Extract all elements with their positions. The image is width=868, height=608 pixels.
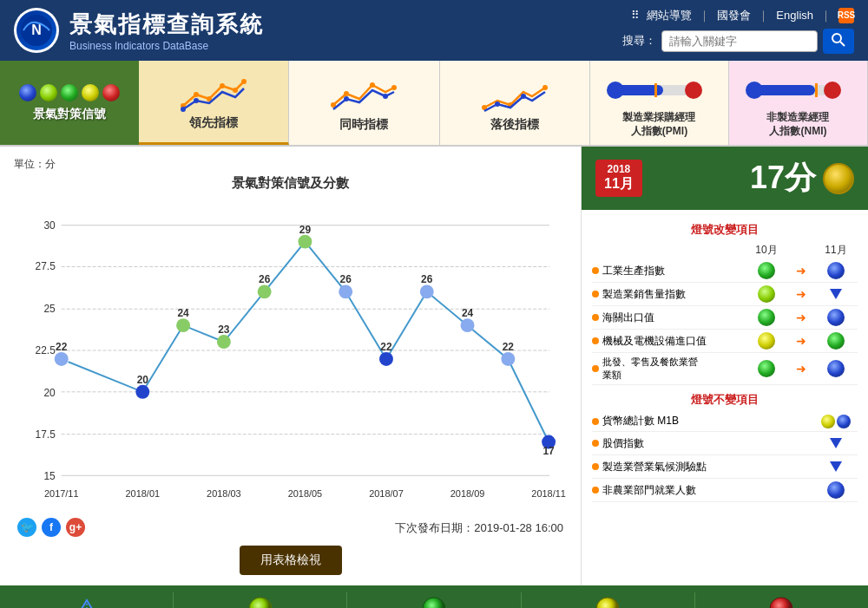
unchanged-row-2: 股價指數 <box>592 432 858 455</box>
svg-text:29: 29 <box>299 224 312 236</box>
nmi-thermometer-icon <box>746 72 850 107</box>
row1-arrow-icon: ➜ <box>796 264 806 278</box>
tab-signal[interactable]: 景氣對策信號 <box>0 61 139 145</box>
svg-rect-29 <box>754 85 815 95</box>
u-row2-inv-triangle <box>827 435 845 452</box>
row4-arrow-icon: ➜ <box>796 334 806 348</box>
unchanged-row-4: 非農業部門就業人數 <box>592 479 858 502</box>
score-year: 2018 <box>604 163 634 175</box>
u-row1-label: 貨幣總計數 M1B <box>602 414 679 428</box>
svg-point-57 <box>135 385 149 399</box>
svg-text:22: 22 <box>380 341 392 353</box>
lagging-chart-icon <box>480 75 549 116</box>
nav-link-ndrc[interactable]: 國發會 <box>717 8 751 23</box>
rss-icon[interactable]: RSS <box>838 8 854 23</box>
chart-title: 景氣對策信號及分數 <box>14 175 567 192</box>
header-oct-col: 10月 <box>745 243 788 258</box>
tab-lagging[interactable]: 落後指標 <box>440 61 590 145</box>
twitter-icon[interactable]: 🐦 <box>17 518 36 537</box>
tab-lagging-icon <box>480 74 549 117</box>
legend-low-icon <box>74 596 100 608</box>
row2-arrow: ➜ <box>788 287 814 301</box>
score-indicator-circle <box>823 163 854 194</box>
row3-oct <box>745 309 788 326</box>
svg-rect-27 <box>654 83 657 97</box>
search-button[interactable] <box>823 29 854 54</box>
grid-icon: ⠿ <box>631 9 640 22</box>
svg-text:N: N <box>31 23 42 37</box>
row2-dot <box>592 291 599 297</box>
u-row4-label: 非農業部門就業人數 <box>602 483 696 498</box>
tab-nmi[interactable]: 非製造業經理人指數(NMI) <box>729 61 868 145</box>
svg-text:23: 23 <box>218 324 230 336</box>
row1-oct <box>745 262 788 279</box>
search-input[interactable] <box>661 30 818 52</box>
tab-coincident[interactable]: 同時指標 <box>289 61 439 145</box>
svg-text:2018/05: 2018/05 <box>288 488 323 499</box>
row2-label: 製造業銷售量指數 <box>602 287 686 302</box>
svg-point-26 <box>685 82 702 99</box>
u-row3-light-cell <box>814 458 858 475</box>
sep3: ｜ <box>820 8 832 23</box>
legend-hot-icon <box>768 596 794 608</box>
nav-link-site[interactable]: 網站導覽 <box>647 8 692 23</box>
chart-svg: 15 17.5 20 22.5 25 27.5 30 2017/11 2018/… <box>14 199 567 511</box>
row5-arrow: ➜ <box>788 362 814 376</box>
facebook-icon[interactable]: f <box>42 518 61 537</box>
lights-row-2: 製造業銷售量指數 ➜ <box>592 283 858 306</box>
row3-label: 海關出口值 <box>602 311 654 325</box>
lights-row-4: 機械及電機設備進口值 ➜ <box>592 330 858 353</box>
svg-point-67 <box>339 285 352 299</box>
app-header: N 景氣指標查詢系統 Business Indicators DataBase … <box>0 0 868 61</box>
row2-oct-light <box>758 285 775 303</box>
u-row1-light-yellow <box>821 415 835 428</box>
row3-arrow-icon: ➜ <box>796 311 806 324</box>
leading-chart-icon <box>179 73 248 114</box>
lights-unchanged-title: 燈號不變項目 <box>592 392 858 408</box>
svg-text:26: 26 <box>340 274 352 286</box>
view-table-button[interactable]: 用表格檢視 <box>240 546 342 575</box>
view-table-btn-area: 用表格檢視 <box>14 546 567 575</box>
legend-green-circle-icon <box>421 596 447 608</box>
u-row2-label: 股價指數 <box>602 436 644 451</box>
logo-text: 景氣指標查詢系統 Business Indicators DataBase <box>69 10 264 52</box>
u-row3-inv-triangle <box>827 458 845 475</box>
lights-table: 燈號改變項目 10月 11月 工業生產指數 ➜ <box>582 210 868 509</box>
row4-nov <box>814 332 858 350</box>
svg-point-73 <box>461 318 475 332</box>
svg-text:2018/03: 2018/03 <box>207 488 241 499</box>
u-row3-inv-triangle-icon <box>830 461 842 472</box>
svg-line-3 <box>840 42 845 46</box>
legend-yellow-green-circle-icon <box>247 596 273 608</box>
row1-nov-light <box>827 262 845 279</box>
svg-rect-32 <box>815 83 818 97</box>
svg-text:17: 17 <box>542 446 555 458</box>
svg-text:27.5: 27.5 <box>36 261 56 273</box>
row5-oct-light <box>758 360 775 377</box>
legend-yellow-circle-icon <box>595 596 621 608</box>
sep1: ｜ <box>699 8 710 23</box>
nav-link-english[interactable]: English <box>776 9 813 22</box>
circle-red <box>102 84 120 101</box>
lights-row-1: 工業生產指數 ➜ <box>592 259 858 283</box>
sep2: ｜ <box>758 8 769 23</box>
tab-leading[interactable]: 領先指標 <box>139 61 289 145</box>
row3-nov <box>814 309 858 326</box>
row2-arrow-icon: ➜ <box>796 287 806 301</box>
legend-turning2-icon <box>595 596 621 608</box>
tab-pmi[interactable]: 製造業採購經理人指數(PMI) <box>590 61 729 145</box>
google-plus-icon[interactable]: g+ <box>66 518 85 537</box>
svg-point-11 <box>194 98 199 103</box>
svg-point-2 <box>832 34 841 42</box>
score-month: 11月 <box>604 175 634 193</box>
legend-turning1-icon <box>247 596 273 608</box>
unchanged-row-1: 貨幣總計數 M1B <box>592 411 858 432</box>
row2-nov <box>814 285 858 303</box>
tab-signal-label: 景氣對策信號 <box>33 107 106 122</box>
row3-nov-light <box>827 309 845 326</box>
circle-yellow <box>82 84 99 101</box>
svg-point-84 <box>596 598 619 608</box>
svg-text:22: 22 <box>503 341 515 353</box>
svg-text:24: 24 <box>177 307 189 319</box>
svg-point-69 <box>379 352 393 366</box>
